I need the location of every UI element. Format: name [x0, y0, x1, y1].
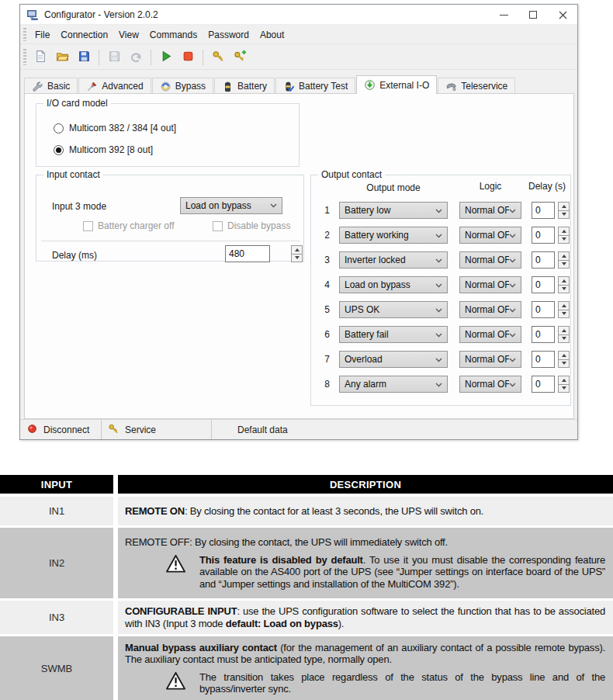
tab-basic[interactable]: Basic	[24, 78, 78, 94]
delay-spinner-4[interactable]	[558, 276, 570, 293]
service-key-button[interactable]	[230, 47, 250, 68]
spin-up-button[interactable]	[558, 376, 570, 385]
spin-down-button[interactable]	[558, 236, 570, 244]
tab-battery[interactable]: Battery	[214, 78, 275, 94]
output-mode-value: Load on bypass	[345, 279, 435, 290]
delay-input-2[interactable]	[532, 227, 555, 244]
delay-ms-input[interactable]	[225, 245, 270, 262]
delay-input-5[interactable]	[532, 301, 555, 318]
spin-down-button[interactable]	[558, 211, 570, 220]
arrow-down-icon	[562, 386, 566, 390]
spin-down-button[interactable]	[558, 310, 570, 319]
logic-combobox-7[interactable]: Normal OFF	[459, 351, 521, 368]
arrow-down-icon	[295, 256, 300, 259]
tab-teleservice[interactable]: Teleservice	[438, 78, 515, 94]
spin-down-button[interactable]	[558, 286, 570, 294]
output-mode-combobox-5[interactable]: UPS OK	[339, 301, 448, 318]
spin-up-button[interactable]	[558, 351, 570, 360]
logic-combobox-5[interactable]: Normal OFF	[459, 301, 521, 318]
menu-item-connection[interactable]: Connection	[55, 26, 113, 44]
menu-item-password[interactable]: Password	[203, 26, 255, 44]
wrench-icon	[32, 81, 43, 92]
menu-item-commands[interactable]: Commands	[144, 26, 203, 44]
spin-down-button[interactable]	[558, 335, 570, 344]
output-mode-combobox-2[interactable]: Battery working	[339, 227, 448, 244]
new-file-button[interactable]	[30, 47, 50, 68]
screwdriver-icon	[86, 81, 98, 92]
delay-spinner-2[interactable]	[558, 227, 570, 244]
spin-down-button[interactable]	[291, 255, 303, 263]
spin-down-button[interactable]	[558, 261, 570, 269]
spin-up-button[interactable]	[558, 301, 570, 310]
menu-item-view[interactable]: View	[113, 26, 144, 44]
text-segment: REMOTE OFF: By closing the contact, the …	[125, 536, 448, 548]
toolbar-separator	[203, 50, 203, 65]
output-mode-combobox-3[interactable]: Inverter locked	[339, 251, 448, 269]
tab-external-io[interactable]: External I-O	[356, 75, 437, 94]
description-cell: CONFIGURABLE INPUT: use the UPS configur…	[118, 601, 613, 634]
delay-input-3[interactable]	[532, 251, 555, 269]
output-mode-combobox-6[interactable]: Battery fail	[339, 326, 448, 343]
output-mode-combobox-7[interactable]: Overload	[339, 351, 448, 368]
maximize-button[interactable]	[518, 5, 548, 25]
delay-ms-spinner[interactable]	[291, 245, 303, 262]
text-segment: ).	[338, 618, 345, 629]
logic-combobox-2[interactable]: Normal OFF	[459, 227, 521, 244]
open-file-button[interactable]	[52, 47, 72, 68]
menu-item-about[interactable]: About	[255, 26, 289, 44]
minimize-button[interactable]	[489, 5, 518, 25]
logic-combobox-8[interactable]: Normal OFF	[459, 376, 521, 393]
default-data-status: Default data	[212, 420, 577, 439]
delay-spinner-7[interactable]	[558, 351, 570, 368]
spin-up-button[interactable]	[558, 227, 570, 236]
tab-advanced[interactable]: Advanced	[78, 78, 151, 94]
warning-note: The transition takes place regardless of…	[125, 671, 605, 695]
delay-spinner-5[interactable]	[558, 301, 570, 318]
delay-spinner-6[interactable]	[558, 326, 570, 343]
menu-item-file[interactable]: File	[29, 26, 55, 44]
warning-text: This feature is disabled by default. To …	[199, 554, 605, 591]
password-key-button[interactable]	[208, 47, 228, 68]
service-status[interactable]: Service	[102, 420, 212, 439]
spin-down-button[interactable]	[558, 360, 570, 369]
delay-input-7[interactable]	[532, 351, 555, 368]
spin-down-button[interactable]	[558, 385, 570, 393]
output-row-number: 6	[319, 329, 330, 340]
logic-combobox-3[interactable]: Normal OFF	[459, 251, 521, 269]
tab-battery-test[interactable]: Battery Test	[275, 78, 355, 94]
delay-column-header: Delay (s)	[524, 181, 570, 192]
logic-combobox-4[interactable]: Normal OFF	[459, 276, 521, 293]
delay-spinner-3[interactable]	[558, 251, 570, 269]
radio-option-2[interactable]: Multicom 392 [8 out]	[54, 144, 153, 155]
logic-combobox-6[interactable]: Normal OFF	[459, 326, 521, 343]
save-file-button[interactable]	[74, 47, 94, 68]
chevron-down-icon	[509, 279, 516, 290]
spin-up-button[interactable]	[558, 276, 570, 286]
delay-input-6[interactable]	[532, 326, 555, 343]
close-button[interactable]	[548, 5, 577, 25]
start-button[interactable]	[156, 47, 176, 68]
window-controls	[489, 5, 577, 25]
radio-option-1[interactable]: Multicom 382 / 384 [4 out]	[54, 123, 176, 133]
spin-up-button[interactable]	[558, 251, 570, 261]
spin-up-button[interactable]	[558, 326, 570, 335]
output-mode-combobox-4[interactable]: Load on bypass	[339, 276, 448, 293]
delay-input-1[interactable]	[532, 202, 555, 219]
logic-combobox-1[interactable]: Normal OFF	[459, 202, 521, 219]
delay-input-8[interactable]	[532, 376, 555, 393]
output-mode-combobox-1[interactable]: Battery low	[339, 202, 448, 219]
text-segment: default: Load on bypass	[226, 618, 338, 629]
spin-up-button[interactable]	[291, 245, 303, 255]
statusbar: Disconnect Service Default data	[20, 419, 577, 439]
spin-up-button[interactable]	[558, 202, 570, 211]
delay-spinner-8[interactable]	[558, 376, 570, 393]
tab-bypass[interactable]: Bypass	[152, 78, 213, 94]
input3-mode-combobox[interactable]: Load on bypass	[180, 197, 282, 214]
output-mode-combobox-8[interactable]: Any alarm	[339, 376, 448, 393]
logic-value: Normal OFF	[465, 205, 509, 216]
delay-spinner-1[interactable]	[558, 202, 570, 219]
text-segment: CONFIGURABLE INPUT	[125, 605, 237, 617]
disconnect-status[interactable]: Disconnect	[20, 420, 102, 439]
stop-button[interactable]	[178, 47, 198, 68]
delay-input-4[interactable]	[532, 276, 555, 293]
